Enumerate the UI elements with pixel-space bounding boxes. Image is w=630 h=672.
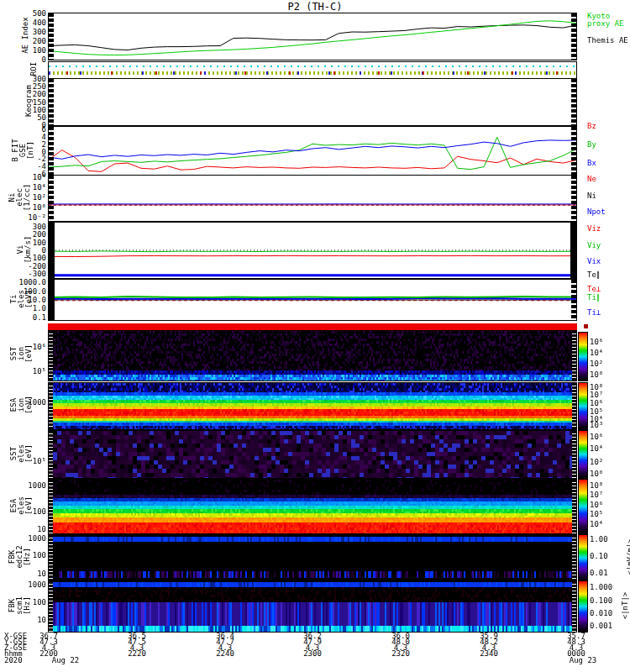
edge-left-keogram bbox=[49, 79, 54, 125]
roi-dots-0 bbox=[49, 66, 576, 67]
ytick-bfit: 4 bbox=[42, 134, 46, 140]
spectrogram-sst_ion bbox=[49, 331, 576, 381]
cb-fbk-b-unit: <|nT|> bbox=[621, 592, 629, 620]
cb-sst-ion-tick: 10⁶ bbox=[590, 339, 603, 345]
edge-right-ti bbox=[571, 280, 576, 320]
panel-esa_ele: 100010010 bbox=[48, 479, 577, 534]
cb-fbk-b-tick: 1.000 bbox=[590, 584, 612, 591]
ytick-ni: 10⁰ bbox=[33, 204, 46, 211]
edge-left-esa_ele bbox=[49, 480, 53, 533]
ytick-fbk_b: 10 bbox=[37, 617, 46, 623]
cb-esa-eles-tick: 10⁵ bbox=[590, 511, 603, 517]
axis-label-fbk-edc12: [Hz] bbox=[23, 532, 31, 582]
cb-esa-ion-tick: 10⁸ bbox=[590, 384, 603, 391]
edge-right-bfit bbox=[571, 127, 576, 176]
bottom-date: Aug 23 bbox=[570, 657, 597, 664]
axis-label-b-fit: [nT] bbox=[26, 125, 34, 176]
cb-fbk-e-tick: 1.00 bbox=[590, 536, 608, 543]
bottom-value-hhmm: 2320 bbox=[391, 650, 410, 657]
ytick-keogram: 150 bbox=[33, 99, 46, 106]
cb-sst-eles-tick: 10² bbox=[590, 459, 603, 465]
spectrogram-esa_ele bbox=[49, 480, 576, 533]
ytick-keogram: 100 bbox=[33, 107, 46, 113]
series-Bz bbox=[49, 150, 576, 172]
bottom-value-hhmm: 2300 bbox=[303, 650, 322, 657]
bottom-value-hhmm: 2340 bbox=[480, 650, 498, 657]
legend-ni: Ni bbox=[587, 192, 596, 200]
ytick-vi: 0 bbox=[42, 247, 46, 254]
legend-ti-perp: Ti⊥ bbox=[587, 309, 601, 317]
panel-fbk_e: 100010010 bbox=[48, 534, 577, 581]
series-Bx bbox=[49, 140, 576, 159]
bottom-value-hhmm: 2240 bbox=[216, 650, 234, 657]
series-Viz bbox=[49, 255, 576, 256]
legend-vix: Vix bbox=[587, 258, 601, 265]
ytick-ni: 10⁶ bbox=[33, 174, 46, 181]
cb-esa-ion-tick: 10⁷ bbox=[590, 391, 603, 398]
ytick-bfit: 6 bbox=[42, 126, 46, 133]
axis-label-sst-ion: [eV] bbox=[24, 328, 33, 379]
cb-fbk-e bbox=[578, 534, 588, 581]
cb-esa-ion bbox=[578, 382, 588, 430]
panel-keogram: 300250200150100500 bbox=[48, 78, 577, 126]
edge-right-fbk_e bbox=[572, 535, 576, 580]
legend-viy: Viy bbox=[587, 242, 601, 249]
cb-fbk-b-tick: 0.100 bbox=[590, 597, 612, 604]
edge-right-vi bbox=[570, 223, 576, 278]
legend-ti-par: Ti∥ bbox=[587, 294, 600, 302]
legend-themis-ae: Themis AE bbox=[587, 37, 628, 45]
lines-bfit bbox=[49, 127, 576, 176]
edge-right-ae bbox=[571, 13, 576, 60]
edge-right-sst_ele bbox=[572, 431, 576, 478]
cb-sst-eles-tick: 10⁰ bbox=[590, 470, 603, 477]
panel-redbar bbox=[48, 323, 577, 330]
themis-summary-plot: P2 (TH-C) 500400300200100030025020015010… bbox=[0, 0, 630, 672]
ytick-fbk_e: 10 bbox=[37, 570, 46, 577]
cb-fbk-e-tick: 0.10 bbox=[590, 553, 608, 559]
bottom-value-hhmm: 2220 bbox=[128, 650, 146, 657]
series-Viy bbox=[49, 251, 576, 252]
edge-right-sst_ion bbox=[572, 331, 576, 381]
series-Ti_par bbox=[49, 297, 576, 297]
cb-fbk-e-unit: <|mV/m|> bbox=[626, 538, 630, 575]
ytick-bfit: -2 bbox=[37, 155, 46, 162]
ytick-esa_ele: 100 bbox=[33, 508, 46, 515]
cb-esa-ion-tick: 10⁵ bbox=[590, 408, 603, 415]
ytick-ti: 0.1 bbox=[33, 314, 46, 321]
axis-label-esa-eles: [eV] bbox=[24, 480, 33, 531]
edge-left-sst_ele bbox=[49, 431, 53, 478]
page-title: P2 (TH-C) bbox=[0, 1, 630, 13]
ytick-sst_ele: 10⁵ bbox=[33, 458, 46, 465]
cb-sst-ion-tick: 10² bbox=[590, 360, 603, 367]
panel-vi: 3002001000-100-200-300 bbox=[48, 222, 577, 279]
ytick-bfit: 2 bbox=[42, 141, 46, 148]
edge-left-sst_ion bbox=[49, 331, 53, 381]
spectrogram-fbk_b bbox=[49, 581, 576, 632]
cb-esa-eles-tick: 10⁷ bbox=[590, 491, 603, 498]
cb-esa-eles-tick: 10⁴ bbox=[590, 521, 603, 528]
cb-esa-ion-tick: 10³ bbox=[590, 422, 603, 428]
axis-label-ni: [1/cc] bbox=[23, 172, 31, 223]
cb-fbk-e-tick: 0.01 bbox=[590, 570, 608, 576]
edge-left-ni bbox=[49, 176, 54, 221]
cb-esa-ion-tick: 10⁶ bbox=[590, 400, 603, 407]
edge-right-esa_ele bbox=[572, 480, 576, 533]
ytick-keogram: 50 bbox=[37, 114, 46, 121]
edge-right-ni bbox=[571, 176, 576, 221]
ytick-vi: 300 bbox=[33, 223, 46, 230]
edge-left-esa_ion bbox=[49, 383, 53, 429]
spectrogram-sst_ele bbox=[49, 431, 576, 478]
legend-npot: Npot bbox=[587, 208, 606, 216]
axis-label-keogram: Keogram bbox=[24, 76, 33, 126]
ytick-fbk_b: 100 bbox=[33, 599, 46, 606]
panel-sst_ele: 10⁵ bbox=[48, 430, 577, 479]
cb-sst-ion bbox=[578, 332, 588, 381]
edge-right-fbk_b bbox=[572, 581, 576, 632]
cb-fbk-b-tick: 0.001 bbox=[590, 622, 612, 629]
series-Themis AE bbox=[49, 25, 576, 50]
legend-te-perp: Te⊥ bbox=[587, 286, 601, 293]
cb-sst-eles bbox=[578, 430, 588, 479]
edge-right-keogram bbox=[571, 79, 576, 125]
cb-fbk-b-tick: 0.010 bbox=[590, 610, 612, 617]
cb-sst-ion-tick: 10⁰ bbox=[590, 371, 603, 378]
